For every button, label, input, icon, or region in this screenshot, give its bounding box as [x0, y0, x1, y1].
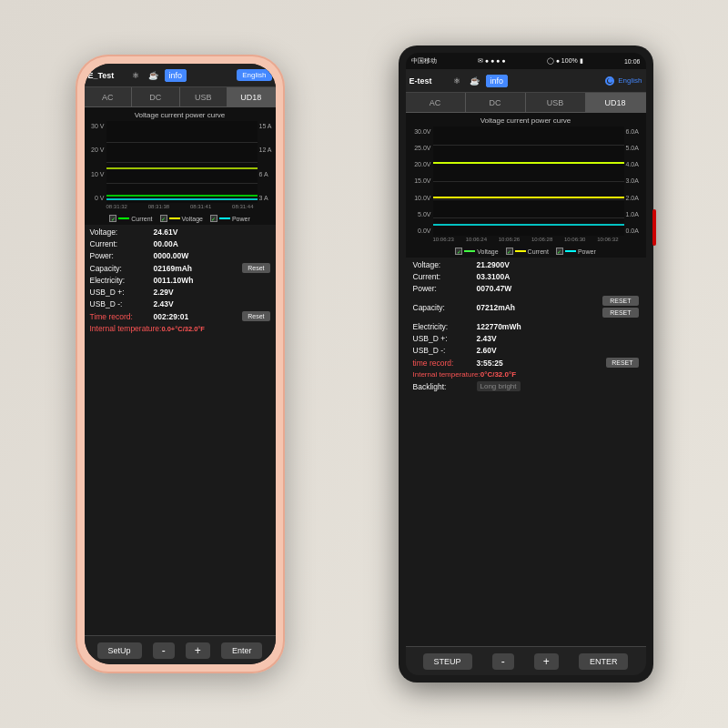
chart-section-left: Voltage current power curve 30 V 20 V 10… [85, 107, 276, 212]
current-label-left: Current: [90, 239, 154, 248]
legend-dot-voltage [169, 217, 180, 219]
legend-dot-power [219, 217, 230, 219]
electricity-label-right: Electricity: [413, 322, 477, 331]
capacity-value-right: 07212mAh [477, 303, 516, 312]
tab-ac-left[interactable]: AC [85, 87, 133, 106]
chart-svg-left [106, 121, 258, 203]
legend-check-voltage-r: ✓ [455, 248, 462, 255]
legend-power-right: ✓ Power [556, 248, 596, 255]
cup-icon-left: ☕ [147, 68, 161, 83]
minus-btn-right[interactable]: - [492, 653, 514, 670]
bottom-bar-right: STEUP - + ENTER [406, 646, 646, 675]
time-row-right: time record: 3:55:25 RESET [413, 358, 639, 368]
tab-dc-right[interactable]: DC [466, 93, 526, 112]
setup-btn-right[interactable]: STEUP [423, 653, 472, 670]
usb-dp-row-left: USB_D +: 2.29V [90, 288, 270, 297]
chart-plot-right [433, 126, 624, 236]
chart-title-right: Voltage current power curve [408, 115, 644, 126]
x-axis-right: 10:06:23 10:06:24 10:06:26 10:06:28 10:0… [408, 236, 644, 243]
time-value-right: 3:55:25 [477, 359, 503, 368]
time-row-left: Time record: 002:29:01 Reset [90, 311, 270, 321]
chart-section-right: Voltage current power curve 30.0V 25.0V … [406, 113, 646, 245]
enter-btn-left[interactable]: Enter [221, 642, 263, 659]
current-value-right: 03.3100A [477, 272, 511, 281]
phone-left: E_Test ⚛ ☕ info English AC DC USB UD18 [76, 55, 285, 673]
power-row-left: Power: 0000.00W [90, 251, 270, 260]
capacity-reset-btn-right[interactable]: RESET [602, 296, 638, 306]
power-value-left: 0000.00W [154, 251, 189, 260]
english-label-right[interactable]: English [618, 76, 642, 85]
plus-btn-left[interactable]: + [186, 642, 210, 659]
legend-check-power: ✓ [210, 215, 217, 222]
voltage-label-right: Voltage: [413, 260, 477, 269]
scene: E_Test ⚛ ☕ info English AC DC USB UD18 [0, 0, 728, 728]
phone-right-screen: 中国移动 ✉ ● ● ● ● ◯ ● 100% ▮ 10:06 E-test ⚛… [406, 53, 646, 675]
usb-dp-label-right: USB_D +: [413, 334, 477, 343]
bluetooth-icon-left: ⚛ [128, 68, 143, 83]
usb-dm-value-left: 2.43V [154, 299, 174, 308]
time-display: 10:06 [624, 58, 641, 65]
setup-btn-left[interactable]: SetUp [97, 642, 142, 659]
time-reset-btn-right[interactable]: RESET [606, 358, 638, 368]
legend-row-right: ✓ Voltage ✓ Current ✓ Power [406, 245, 646, 258]
minus-btn-left[interactable]: - [153, 642, 175, 659]
legend-power-left: ✓ Power [210, 215, 250, 222]
chart-title-left: Voltage current power curve [86, 109, 274, 121]
header-bar-left: E_Test ⚛ ☕ info English [85, 64, 276, 87]
chart-container-right: 30.0V 25.0V 20.0V 15.0V 10.0V 5.0V 0.0V [408, 126, 644, 236]
english-btn-left[interactable]: English [237, 69, 271, 81]
usb-dp-label-left: USB_D +: [90, 288, 154, 297]
backlight-row-right: Backlight: Long bright [413, 381, 639, 391]
enter-btn-right[interactable]: ENTER [579, 653, 629, 670]
power-row-right: Power: 0070.47W [413, 284, 639, 293]
voltage-value-right: 21.2900V [477, 260, 510, 269]
electricity-row-right: Electricity: 122770mWh [413, 322, 639, 331]
legend-current-right: ✓ Current [506, 248, 549, 255]
elec-reset-btn-right[interactable]: RESET [602, 308, 638, 318]
power-label-right: Power: [413, 284, 477, 293]
time-label-left: Time record: [90, 312, 154, 321]
tab-ud18-right[interactable]: UD18 [586, 93, 646, 112]
temp-value-right: 0°C/32.0°F [480, 370, 516, 379]
tab-ac-right[interactable]: AC [406, 93, 466, 112]
tab-ud18-left[interactable]: UD18 [228, 87, 276, 106]
usb-dp-row-right: USB_D +: 2.43V [413, 334, 639, 343]
app-screen-left: E_Test ⚛ ☕ info English AC DC USB UD18 [85, 64, 276, 664]
status-bar-right: 中国移动 ✉ ● ● ● ● ◯ ● 100% ▮ 10:06 [406, 53, 646, 69]
app-screen-right: 中国移动 ✉ ● ● ● ● ◯ ● 100% ▮ 10:06 E-test ⚛… [406, 53, 646, 675]
phone-right: 中国移动 ✉ ● ● ● ● ◯ ● 100% ▮ 10:06 E-test ⚛… [399, 46, 653, 682]
time-reset-btn-left[interactable]: Reset [242, 311, 269, 321]
reset-btns-col: RESET RESET [602, 296, 638, 319]
current-value-left: 00.00A [154, 239, 178, 248]
x-axis-left: 08:31:32 08:31:38 08:31:41 08:31:44 [86, 203, 274, 210]
legend-check-current-r: ✓ [506, 248, 513, 255]
info-tab-left[interactable]: info [165, 69, 187, 82]
temp-row-right: Internal temperature: 0°C/32.0°F [413, 370, 639, 379]
tab-usb-left[interactable]: USB [180, 87, 228, 106]
info-tab-right[interactable]: info [486, 75, 509, 87]
electricity-value-left: 0011.10Wh [154, 276, 194, 285]
tab-dc-left[interactable]: DC [132, 87, 180, 106]
legend-dot-power-r [565, 250, 576, 252]
legend-dot-voltage-r [464, 250, 475, 252]
usb-dm-row-left: USB_D -: 2.43V [90, 299, 270, 308]
tab-usb-right[interactable]: USB [526, 93, 586, 112]
legend-voltage-right: ✓ Voltage [455, 248, 498, 255]
capacity-row-left: Capacity: 02169mAh Reset [90, 263, 270, 273]
plus-btn-right[interactable]: + [534, 653, 559, 670]
capacity-label-left: Capacity: [90, 264, 154, 273]
english-section-right: English [605, 76, 642, 86]
usb-dm-value-right: 2.60V [477, 346, 497, 355]
radio-dot-inner [608, 78, 612, 83]
backlight-value-right: Long bright [477, 381, 521, 391]
time-label-right: time record: [413, 359, 477, 368]
chart-container-left: 30 V 20 V 10 V 0 V [86, 121, 274, 203]
tabs-row-left: AC DC USB UD18 [85, 87, 276, 107]
power-value-right: 0070.47W [477, 284, 512, 293]
app-title-right: E-test [410, 76, 446, 86]
capacity-row-right: Capacity: 07212mAh RESET RESET [413, 296, 639, 319]
carrier-text: 中国移动 [411, 56, 437, 66]
capacity-reset-btn-left[interactable]: Reset [242, 263, 269, 273]
header-bar-right: E-test ⚛ ☕ info English [406, 69, 646, 93]
y-axis-right-left: 15 A 12 A 6 A 3 A [258, 121, 274, 203]
